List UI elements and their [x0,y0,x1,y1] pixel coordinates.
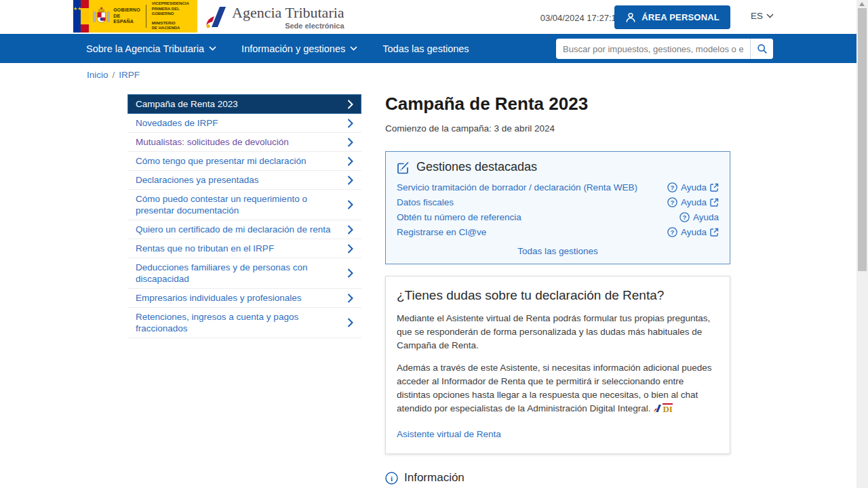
featured-title: Gestiones destacadas [416,160,537,174]
info-icon: i [385,472,398,485]
scrollbar-up-arrow-icon[interactable] [859,2,865,6]
agencia-tributaria-swoosh-icon [203,5,228,29]
coat-of-arms-icon [93,4,110,28]
person-icon [625,12,636,23]
sidebar-item-novedades-irpf[interactable]: Novedades de IRPF [127,114,361,133]
sidebar-item-empresarios[interactable]: Empresarios individuales y profesionales [127,289,361,308]
help-icon: ? [679,212,690,222]
featured-row: Obtén tu número de referencia ? Ayuda [397,209,719,224]
ayuda-renta-web[interactable]: ? Ayuda [667,182,719,192]
page-content: Inicio/IRPF Campaña de Renta 2023 Noveda… [0,63,856,488]
chevron-down-icon [350,46,357,51]
adi-swoosh-icon [653,404,662,413]
sidebar-item-retenciones[interactable]: Retenciones, ingresos a cuenta y pagos f… [127,308,361,338]
ayuda-registrarse-clave[interactable]: ? Ayuda [667,227,719,237]
external-link-icon [710,198,719,207]
nav-todas-gestiones[interactable]: Todas las gestiones [382,43,469,54]
brand-subtitle: Sede electrónica [232,22,344,30]
link-todas-gestiones[interactable]: Todas las gestiones [517,246,598,256]
search-box [556,39,773,59]
featured-row: Datos fiscales ? Ayuda [397,195,719,209]
scrollbar[interactable] [856,0,868,488]
area-personal-button[interactable]: ÁREA PERSONAL [614,5,730,29]
featured-row: Servicio tramitación de borrador / decla… [397,180,719,195]
nav-sobre-agencia[interactable]: Sobre la Agencia Tributaria [86,43,216,54]
chevron-right-icon [347,293,353,303]
sidebar-item-deducciones-familiares[interactable]: Deducciones familiares y de personas con… [127,258,361,289]
svg-text:?: ? [671,228,675,235]
featured-row: Registrarse en Cl@ve ? Ayuda [397,224,719,239]
sidebar-menu: Campaña de Renta 2023 Novedades de IRPF … [127,94,361,338]
sidebar-item-como-presentar[interactable]: Cómo tengo que presentar mi declaración [127,152,361,171]
chevron-right-icon [347,138,353,147]
link-numero-referencia[interactable]: Obtén tu número de referencia [397,212,521,222]
breadcrumb-current[interactable]: IRPF [119,70,140,80]
link-asistente-virtual[interactable]: Asistente virtual de Renta [397,429,501,439]
sidebar-item-declaraciones-presentadas[interactable]: Declaraciones ya presentadas [127,171,361,190]
dudas-box: ¿Tienes dudas sobre tu declaración de Re… [385,276,730,454]
sidebar-item-certificado-renta[interactable]: Quiero un certificado de mi declaración … [127,220,361,239]
chevron-down-icon [766,14,774,18]
sidebar-item-campana-renta[interactable]: Campaña de Renta 2023 [127,94,361,114]
government-name: GOBIERNO DE ESPAÑA [113,7,140,25]
ayuda-datos-fiscales[interactable]: ? Ayuda [667,197,719,207]
chevron-right-icon [347,157,353,166]
chevron-right-icon [347,225,353,235]
campaign-start-date: Comienzo de la campaña: 3 de abril 2024 [385,123,730,134]
ayuda-numero-referencia[interactable]: ? Ayuda [679,212,719,222]
agencia-tributaria-logo[interactable]: Agencia Tributaria Sede electrónica [203,5,344,30]
main-navbar: Sobre la Agencia Tributaria Información … [0,34,856,63]
external-link-icon [710,183,719,192]
featured-actions-box: Gestiones destacadas Servicio tramitació… [385,151,730,264]
link-datos-fiscales[interactable]: Datos fiscales [397,197,454,207]
chevron-right-icon [347,268,353,278]
external-link-icon [710,228,719,237]
datetime: 03/04/2024 17:27:11 [540,13,620,23]
svg-text:?: ? [683,213,687,220]
help-icon: ? [667,197,677,207]
dudas-paragraph-2: Además a través de este Asistente, si ne… [397,361,719,415]
sidebar-item-contestar-requerimiento[interactable]: Cómo puedo contestar un requerimiento o … [127,190,361,220]
chevron-right-icon [347,200,353,209]
search-input[interactable] [556,44,750,54]
main-column: Campaña de Renta 2023 Comienzo de la cam… [385,94,730,488]
chevron-right-icon [347,176,353,185]
eu-flag-strip: ★★★ [73,0,81,33]
government-logo: ★★★ GOBIERNO DE ESPAÑA VICEPRESIDENCIA P… [73,0,197,33]
nav-informacion-gestiones[interactable]: Información y gestiones [241,43,357,54]
chevron-down-icon [209,46,216,51]
search-icon [757,43,768,54]
svg-text:?: ? [671,183,675,190]
chevron-right-icon [347,119,353,128]
area-personal-label: ÁREA PERSONAL [642,12,719,22]
adi-logo: DI [653,403,672,413]
breadcrumb: Inicio/IRPF [87,70,856,80]
svg-text:i: i [391,474,393,483]
divider [146,5,146,28]
page-title: Campaña de Renta 2023 [385,94,730,113]
dudas-title: ¿Tienes dudas sobre tu declaración de Re… [397,288,719,303]
language-selector[interactable]: ES [751,11,774,21]
help-icon: ? [667,182,677,192]
header: ★★★ GOBIERNO DE ESPAÑA VICEPRESIDENCIA P… [0,0,856,34]
chevron-right-icon [347,100,353,109]
link-registrarse-clave[interactable]: Registrarse en Cl@ve [397,227,486,237]
chevron-right-icon [347,244,353,253]
chevron-right-icon [347,318,353,327]
brand-title: Agencia Tributaria [232,5,344,21]
search-button[interactable] [750,39,773,59]
edit-icon [397,161,410,174]
sidebar-item-rentas-no-tributan[interactable]: Rentas que no tributan en el IRPF [127,239,361,258]
spain-flag-strip [81,0,89,33]
sidebar-item-mutualistas[interactable]: Mutualistas: solicitudes de devolución [127,133,361,152]
dudas-paragraph-1: Mediante el Asistente virtual de Renta p… [397,312,719,352]
language-label: ES [751,11,763,21]
link-renta-web[interactable]: Servicio tramitación de borrador / decla… [397,182,637,192]
breadcrumb-home[interactable]: Inicio [87,70,108,80]
ministry-name: VICEPRESIDENCIA PRIMERA DEL GOBIERNO MIN… [152,1,195,31]
help-icon: ? [667,227,677,237]
info-section: i Información Identificación electrónica… [385,471,730,488]
info-title: Información [404,471,465,485]
scrollbar-thumb[interactable] [858,8,867,271]
svg-text:?: ? [671,198,675,205]
